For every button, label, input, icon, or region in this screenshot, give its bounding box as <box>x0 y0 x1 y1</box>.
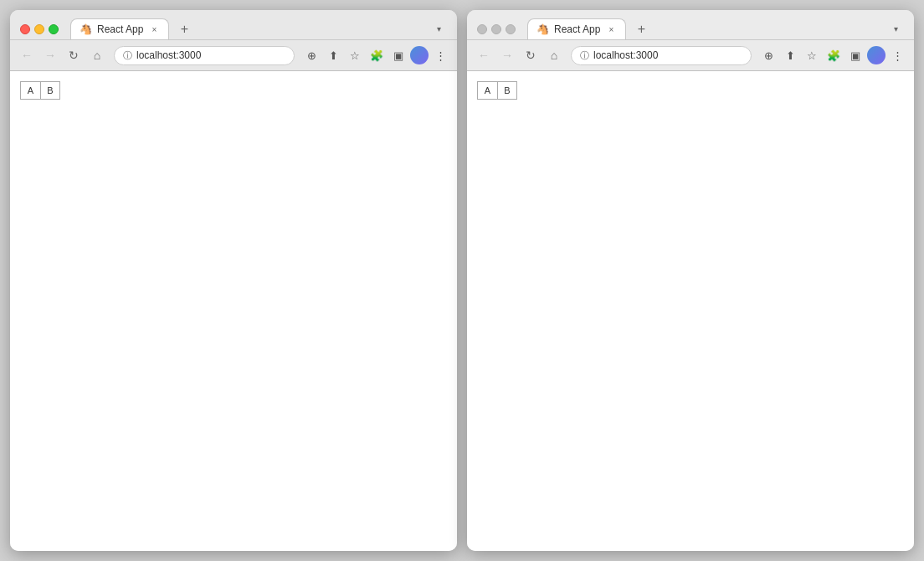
ab-button-group-1: A B <box>20 81 447 100</box>
home-button-2[interactable]: ⌂ <box>544 45 564 65</box>
sidebar-icon-2: ▣ <box>850 49 860 62</box>
share-icon-1: ⬆ <box>329 49 338 62</box>
back-icon-1: ← <box>21 49 33 62</box>
toolbar-icons-1: ⊕ ⬆ ☆ 🧩 ▣ ⋮ <box>301 45 450 65</box>
minimize-button-1[interactable] <box>34 24 44 34</box>
tab-title-1: React App <box>97 23 143 35</box>
maximize-button-2[interactable] <box>506 24 516 34</box>
address-bar-row-2: ← → ↻ ⌂ ⓘ localhost:3000 ⊕ ⬆ ☆ 🧩 <box>467 40 914 71</box>
title-bar-1: 🐴 React App × + ▾ <box>10 10 457 40</box>
extensions-button-1[interactable]: 🧩 <box>367 45 387 65</box>
tab-list-button-1[interactable]: ▾ <box>430 21 447 38</box>
back-button-1[interactable]: ← <box>17 45 37 65</box>
zoom-icon-1: ⊕ <box>307 49 316 62</box>
bookmark-button-2[interactable]: ☆ <box>802 45 822 65</box>
address-bar-row-1: ← → ↻ ⌂ ⓘ localhost:3000 ⊕ ⬆ ☆ 🧩 <box>10 40 457 71</box>
zoom-icon-2: ⊕ <box>764 49 773 62</box>
back-icon-2: ← <box>478 49 490 62</box>
a-button-2[interactable]: A <box>477 81 497 100</box>
zoom-button-1[interactable]: ⊕ <box>301 45 321 65</box>
page-content-2: A B <box>467 71 914 551</box>
share-icon-2: ⬆ <box>786 49 795 62</box>
close-button-1[interactable] <box>20 24 30 34</box>
new-tab-button-1[interactable]: + <box>174 19 194 39</box>
ab-button-group-2: A B <box>477 81 904 100</box>
browser-tab-1[interactable]: 🐴 React App × <box>70 18 169 39</box>
maximize-button-1[interactable] <box>49 24 59 34</box>
tab-row-1: 🐴 React App × + ▾ <box>20 18 447 39</box>
tab-favicon-2: 🐴 <box>536 23 549 35</box>
browser-tab-2[interactable]: 🐴 React App × <box>527 18 626 39</box>
b-button-1[interactable]: B <box>40 81 60 100</box>
forward-button-2[interactable]: → <box>497 45 517 65</box>
a-button-1[interactable]: A <box>20 81 40 100</box>
minimize-button-2[interactable] <box>491 24 501 34</box>
tab-close-2[interactable]: × <box>605 23 617 35</box>
sidebar-icon-1: ▣ <box>393 49 403 62</box>
browser-window-2: 🐴 React App × + ▾ ← → ↻ ⌂ ⓘ localhost:30… <box>467 10 914 551</box>
share-button-2[interactable]: ⬆ <box>780 45 800 65</box>
page-content-1: A B <box>10 71 457 551</box>
extensions-icon-2: 🧩 <box>827 49 840 62</box>
tab-title-2: React App <box>554 23 600 35</box>
url-text-2: localhost:3000 <box>593 49 658 61</box>
browser-window-1: 🐴 React App × + ▾ ← → ↻ ⌂ ⓘ localhost:30… <box>10 10 457 551</box>
new-tab-button-2[interactable]: + <box>631 19 651 39</box>
b-button-2[interactable]: B <box>497 81 517 100</box>
address-bar-2[interactable]: ⓘ localhost:3000 <box>571 46 752 65</box>
security-icon-1: ⓘ <box>123 49 132 62</box>
address-bar-1[interactable]: ⓘ localhost:3000 <box>114 46 295 65</box>
reload-icon-1: ↻ <box>69 49 79 62</box>
bookmark-icon-1: ☆ <box>350 49 360 62</box>
sidebar-button-1[interactable]: ▣ <box>388 45 408 65</box>
more-icon-2: ⋮ <box>892 49 903 62</box>
more-icon-1: ⋮ <box>435 49 446 62</box>
tab-list-button-2[interactable]: ▾ <box>887 21 904 38</box>
tab-close-1[interactable]: × <box>148 23 160 35</box>
profile-avatar-2[interactable] <box>867 46 886 64</box>
more-button-1[interactable]: ⋮ <box>430 45 450 65</box>
profile-avatar-1[interactable] <box>410 46 429 64</box>
forward-icon-2: → <box>501 49 513 62</box>
tab-row-2: 🐴 React App × + ▾ <box>477 18 904 39</box>
home-icon-1: ⌂ <box>94 49 100 62</box>
extensions-icon-1: 🧩 <box>370 49 383 62</box>
more-button-2[interactable]: ⋮ <box>887 45 907 65</box>
forward-icon-1: → <box>44 49 56 62</box>
forward-button-1[interactable]: → <box>40 45 60 65</box>
home-icon-2: ⌂ <box>551 49 557 62</box>
sidebar-button-2[interactable]: ▣ <box>845 45 865 65</box>
tab-favicon-1: 🐴 <box>80 23 92 35</box>
back-button-2[interactable]: ← <box>474 45 494 65</box>
title-bar-2: 🐴 React App × + ▾ <box>467 10 914 40</box>
reload-button-2[interactable]: ↻ <box>521 45 541 65</box>
traffic-lights-2 <box>477 24 516 34</box>
home-button-1[interactable]: ⌂ <box>87 45 107 65</box>
reload-icon-2: ↻ <box>526 49 536 62</box>
zoom-button-2[interactable]: ⊕ <box>758 45 778 65</box>
toolbar-icons-2: ⊕ ⬆ ☆ 🧩 ▣ ⋮ <box>758 45 907 65</box>
reload-button-1[interactable]: ↻ <box>64 45 84 65</box>
traffic-lights-1 <box>20 24 59 34</box>
url-text-1: localhost:3000 <box>136 49 201 61</box>
extensions-button-2[interactable]: 🧩 <box>824 45 844 65</box>
security-icon-2: ⓘ <box>580 49 589 62</box>
bookmark-button-1[interactable]: ☆ <box>345 45 365 65</box>
close-button-2[interactable] <box>477 24 487 34</box>
share-button-1[interactable]: ⬆ <box>323 45 343 65</box>
bookmark-icon-2: ☆ <box>807 49 817 62</box>
